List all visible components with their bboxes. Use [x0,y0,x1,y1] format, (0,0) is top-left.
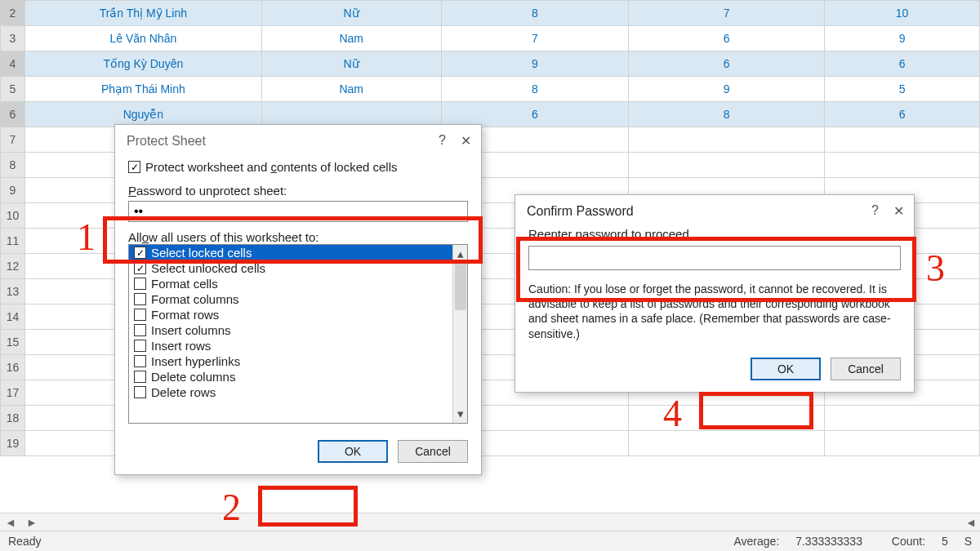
cell[interactable]: 8 [629,102,825,127]
cell[interactable]: 6 [629,51,825,77]
row-header[interactable]: 11 [1,229,25,254]
cancel-button[interactable]: Cancel [398,440,468,463]
sheet-nav-next-icon[interactable]: ► [26,516,36,529]
cell[interactable] [825,431,980,456]
password-input[interactable] [128,201,468,222]
row-header[interactable]: 3 [1,26,25,51]
cell[interactable]: 6 [825,102,980,127]
permission-item[interactable]: Format columns [129,291,467,307]
row-header[interactable]: 13 [1,279,25,304]
permissions-listbox[interactable]: Select locked cellsSelect unlocked cells… [128,244,468,424]
sheet-nav-first-icon[interactable]: ◄ [5,516,15,529]
cell[interactable]: 7 [629,1,825,26]
row-header[interactable]: 5 [1,77,25,102]
checkbox-icon [134,340,146,352]
reenter-password-input[interactable] [528,246,901,270]
cell[interactable]: 8 [441,1,629,26]
cancel-button[interactable]: Cancel [831,358,901,380]
permission-label: Insert rows [151,339,211,353]
cell[interactable]: 9 [825,26,980,51]
table-row[interactable]: 6Nguyễn686 [1,102,980,127]
cell[interactable]: 6 [629,26,825,51]
scrollbar-thumb[interactable] [455,261,466,310]
scroll-up-icon[interactable]: ▴ [457,245,464,261]
table-row[interactable]: 4Tống Kỳ DuyênNữ966 [1,51,980,77]
cell[interactable]: 8 [441,77,629,102]
cell[interactable]: 10 [825,1,980,26]
permission-item[interactable]: Insert rows [129,338,467,353]
dialog-titlebar[interactable]: Confirm Password ? ✕ [515,195,914,224]
protect-sheet-dialog: Protect Sheet ? ✕ Protect worksheet and … [114,124,482,475]
checkbox-icon [134,355,146,367]
table-row[interactable]: 2Trần Thị Mỹ LinhNữ8710 [1,1,980,26]
checkbox-icon [128,161,140,173]
cell[interactable]: 7 [441,26,629,51]
row-header[interactable]: 15 [1,330,25,355]
cell[interactable]: 5 [825,77,980,102]
allow-users-label: Allow all users of this worksheet to: [128,230,468,244]
table-row[interactable]: 5Phạm Thái MinhNam895 [1,77,980,102]
cell[interactable] [629,406,825,431]
cell[interactable]: Lê Văn Nhân [24,26,261,51]
table-row[interactable]: 3Lê Văn NhânNam769 [1,26,980,51]
cell[interactable]: 6 [825,51,980,77]
row-header[interactable]: 17 [1,380,25,406]
close-icon[interactable]: ✕ [893,203,904,219]
row-header[interactable]: 7 [1,127,25,153]
row-header[interactable]: 9 [1,178,25,203]
permission-item[interactable]: Insert hyperlinks [129,353,467,369]
cell[interactable]: Nguyễn [24,102,261,127]
cell[interactable]: 6 [441,102,629,127]
permission-item[interactable]: Format rows [129,307,467,322]
hscroll-left-icon[interactable]: ◄ [965,516,975,529]
cell[interactable]: Nữ [261,1,441,26]
scroll-down-icon[interactable]: ▾ [457,407,464,423]
status-bar: Ready Average: 7.333333333 Count: 5 S [0,531,980,551]
checkbox-icon [134,293,146,305]
cell[interactable] [825,406,980,431]
row-header[interactable]: 19 [1,431,25,456]
permission-item[interactable]: Format cells [129,276,467,291]
dialog-titlebar[interactable]: Protect Sheet ? ✕ [115,125,481,153]
protect-contents-label: Protect worksheet and contents of locked… [145,160,398,174]
cell[interactable] [629,431,825,456]
row-header[interactable]: 4 [1,51,25,77]
permission-item[interactable]: Insert columns [129,322,467,338]
cell[interactable] [629,127,825,153]
cell[interactable]: Trần Thị Mỹ Linh [24,1,261,26]
cell[interactable]: Nữ [261,51,441,77]
permission-item[interactable]: Delete columns [129,369,467,384]
row-header[interactable]: 6 [1,102,25,127]
cell[interactable]: Phạm Thái Minh [24,77,261,102]
checkbox-icon [134,324,146,336]
row-header[interactable]: 2 [1,1,25,26]
row-header[interactable]: 18 [1,406,25,431]
permission-label: Delete columns [151,370,235,384]
row-header[interactable]: 8 [1,153,25,178]
permission-item[interactable]: Delete rows [129,384,467,400]
cell[interactable] [825,127,980,153]
protect-contents-checkbox[interactable]: Protect worksheet and contents of locked… [128,157,468,177]
status-average: Average: 7.333333333 [721,535,866,548]
cell[interactable]: Tống Kỳ Duyên [24,51,261,77]
listbox-scrollbar[interactable]: ▴ ▾ [452,245,467,423]
close-icon[interactable]: ✕ [461,133,471,149]
permission-item[interactable]: Select unlocked cells [129,260,467,276]
ok-button[interactable]: OK [318,440,388,463]
cell[interactable] [825,153,980,178]
cell[interactable]: 9 [441,51,629,77]
ok-button[interactable]: OK [751,358,821,380]
cell[interactable]: Nam [261,26,441,51]
permission-item[interactable]: Select locked cells [129,245,467,260]
help-icon[interactable]: ? [439,133,446,149]
row-header[interactable]: 16 [1,355,25,380]
cell[interactable] [261,102,441,127]
cell[interactable]: 9 [629,77,825,102]
row-header[interactable]: 14 [1,304,25,330]
row-header[interactable]: 10 [1,203,25,229]
cell[interactable]: Nam [261,77,441,102]
cell[interactable] [629,153,825,178]
row-header[interactable]: 12 [1,254,25,279]
help-icon[interactable]: ? [871,203,879,219]
status-sum: S [964,535,972,548]
